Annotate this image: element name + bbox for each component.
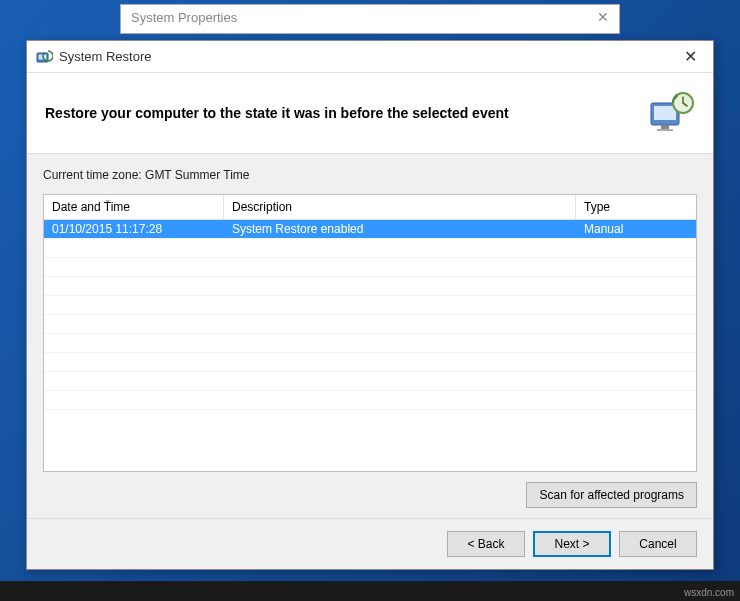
table-row <box>44 353 696 372</box>
close-icon[interactable]: ✕ <box>597 9 609 25</box>
watermark: wsxdn.com <box>684 587 734 598</box>
table-body: 01/10/2015 11:17:28 System Restore enabl… <box>44 220 696 471</box>
table-row <box>44 391 696 410</box>
cell-description: System Restore enabled <box>224 220 576 238</box>
table-row <box>44 277 696 296</box>
below-table-actions: Scan for affected programs <box>43 472 697 508</box>
wizard-window-title: System Restore <box>59 49 669 64</box>
wizard-footer: < Back Next > Cancel <box>27 518 713 569</box>
table-row <box>44 315 696 334</box>
svg-rect-5 <box>657 129 673 131</box>
cell-date: 01/10/2015 11:17:28 <box>44 220 224 238</box>
system-restore-wizard-window: System Restore ✕ Restore your computer t… <box>26 40 714 570</box>
next-button[interactable]: Next > <box>533 531 611 557</box>
timezone-label: Current time zone: GMT Summer Time <box>43 168 697 182</box>
restore-header-icon <box>647 89 695 137</box>
wizard-titlebar: System Restore ✕ <box>27 41 713 73</box>
sort-descending-icon: ⌄ <box>104 194 112 204</box>
svg-rect-3 <box>654 106 676 120</box>
table-header-row: Date and Time ⌄ Description Type <box>44 195 696 220</box>
wizard-header: Restore your computer to the state it wa… <box>27 73 713 154</box>
cell-type: Manual <box>576 220 696 238</box>
restore-points-table: Date and Time ⌄ Description Type 01/10/2… <box>43 194 697 472</box>
column-header-type[interactable]: Type <box>576 195 696 219</box>
table-row <box>44 334 696 353</box>
background-titlebar: System Properties ✕ <box>121 5 619 29</box>
column-header-description[interactable]: Description <box>224 195 576 219</box>
table-row[interactable]: 01/10/2015 11:17:28 System Restore enabl… <box>44 220 696 239</box>
table-row <box>44 372 696 391</box>
wizard-heading: Restore your computer to the state it wa… <box>45 105 509 121</box>
table-row <box>44 296 696 315</box>
column-header-date-label: Date and Time <box>52 200 130 214</box>
table-row <box>44 239 696 258</box>
wizard-body: Current time zone: GMT Summer Time Date … <box>27 154 713 518</box>
scan-affected-programs-button[interactable]: Scan for affected programs <box>526 482 697 508</box>
close-button[interactable]: ✕ <box>675 47 705 66</box>
column-header-date[interactable]: Date and Time ⌄ <box>44 195 224 219</box>
background-window-title: System Properties <box>131 10 237 25</box>
cancel-button[interactable]: Cancel <box>619 531 697 557</box>
back-button[interactable]: < Back <box>447 531 525 557</box>
table-row <box>44 258 696 277</box>
svg-rect-4 <box>661 125 669 129</box>
system-restore-icon <box>35 48 53 66</box>
taskbar <box>0 581 740 601</box>
background-window-system-properties: System Properties ✕ <box>120 4 620 34</box>
